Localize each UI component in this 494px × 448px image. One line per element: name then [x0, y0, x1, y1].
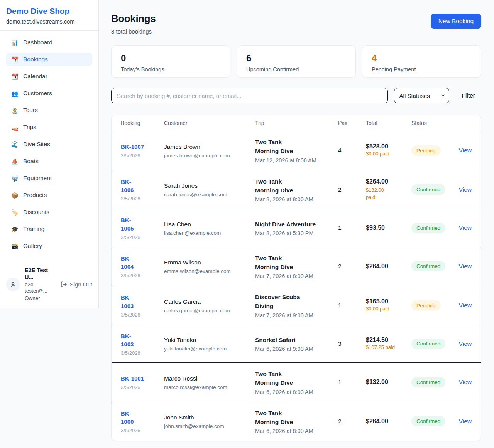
- status-badge: Confirmed: [411, 377, 445, 387]
- user-role: Owner: [25, 295, 56, 302]
- trip-datetime: Mar 6, 2026 at 8:00 AM: [255, 389, 334, 395]
- stat-label: Upcoming Confirmed: [246, 66, 346, 72]
- paid-amount: $132.00 paid: [366, 187, 390, 201]
- sidebar-item-equipment[interactable]: 🤿Equipment: [6, 172, 92, 185]
- trip-datetime: Mar 8, 2026 at 8:00 AM: [255, 196, 334, 202]
- column-header-total: Total: [366, 120, 411, 126]
- booking-id-link[interactable]: BK-1007: [121, 143, 144, 151]
- view-link[interactable]: View: [459, 263, 472, 269]
- sidebar-item-products[interactable]: 📦Products: [6, 189, 92, 202]
- customer-email: lisa.chen@example.com: [164, 230, 251, 236]
- booking-id-link[interactable]: BK-1003: [121, 293, 139, 310]
- table-row: BK-10023/5/2026 Yuki Tanakayuki.tanaka@e…: [112, 325, 481, 363]
- view-link[interactable]: View: [459, 147, 472, 153]
- booking-date: 3/5/2026: [121, 196, 160, 202]
- search-input[interactable]: [111, 88, 388, 103]
- status-badge: Pending: [411, 145, 441, 156]
- sign-out-button[interactable]: Sign Out: [61, 281, 92, 288]
- sidebar-item-training[interactable]: 🎓Training: [6, 222, 92, 236]
- status-badge: Confirmed: [411, 223, 445, 233]
- booking-id-link[interactable]: BK-1002: [121, 332, 139, 349]
- sidebar-item-label: Dashboard: [23, 39, 52, 46]
- pax-count: 1: [338, 224, 366, 231]
- total-amount: $93.50: [366, 224, 408, 231]
- total-amount: $264.00: [366, 178, 408, 185]
- sidebar-item-boats[interactable]: ⛵Boats: [6, 155, 92, 168]
- sidebar-item-pos[interactable]: 💳POS: [6, 256, 92, 261]
- view-link[interactable]: View: [459, 224, 472, 231]
- pax-count: 2: [338, 263, 366, 270]
- total-amount: $165.00: [366, 298, 408, 305]
- page-title: Bookings: [111, 13, 156, 25]
- booking-date: 3/5/2026: [121, 153, 160, 158]
- sidebar-item-label: Calendar: [23, 73, 47, 80]
- booking-id-link[interactable]: BK-1004: [121, 254, 139, 271]
- customer-name: Marco Rossi: [164, 374, 251, 383]
- sidebar-item-label: Equipment: [23, 175, 52, 182]
- view-link[interactable]: View: [459, 302, 472, 308]
- person-icon: [10, 281, 17, 288]
- status-badge: Confirmed: [411, 184, 445, 195]
- wave-icon: 🌊: [11, 141, 19, 147]
- trip-datetime: Mar 7, 2026 at 9:00 AM: [255, 312, 334, 318]
- sidebar-item-calendar[interactable]: 📆Calendar: [6, 70, 92, 83]
- sidebar-item-dashboard[interactable]: 📊Dashboard: [6, 36, 92, 49]
- table-row: BK-10003/5/2026 John Smithjohn.smith@exa…: [112, 402, 481, 441]
- sidebar-item-tours[interactable]: 🏝️Tours: [6, 104, 92, 117]
- customer-name: Lisa Chen: [164, 220, 251, 229]
- stat-card-pending-payment: 4 Pending Payment: [362, 45, 481, 78]
- status-filter-select[interactable]: All Statuses: [394, 88, 449, 103]
- trip-name: Two Tank Morning Dive: [255, 177, 306, 195]
- booking-id-link[interactable]: BK-1006: [121, 178, 139, 195]
- paid-amount: $0.00 paid: [366, 306, 389, 312]
- customer-email: marco.rossi@example.com: [164, 384, 251, 390]
- booking-id-link[interactable]: BK-1000: [121, 409, 139, 426]
- brand-name: Demo Dive Shop: [6, 7, 92, 16]
- speedboat-icon: 🚤: [11, 125, 19, 130]
- total-amount: $528.00: [366, 143, 408, 150]
- customer-name: Emma Wilson: [164, 258, 251, 267]
- sidebar-item-dive-sites[interactable]: 🌊Dive Sites: [6, 138, 92, 151]
- customer-email: carlos.garcia@example.com: [164, 308, 251, 313]
- stat-value: 6: [246, 53, 346, 64]
- brand-block: Demo Dive Shop demo.test.divestreams.com: [0, 0, 98, 31]
- filter-button[interactable]: Filter: [456, 92, 481, 99]
- booking-id-link[interactable]: BK-1001: [121, 374, 144, 383]
- sailboat-icon: ⛵: [11, 158, 19, 164]
- sidebar-item-bookings[interactable]: 📅Bookings: [6, 53, 92, 66]
- total-amount: $132.00: [366, 379, 408, 386]
- new-booking-button[interactable]: New Booking: [431, 14, 481, 29]
- sidebar-item-customers[interactable]: 👥Customers: [6, 87, 92, 100]
- sidebar-item-trips[interactable]: 🚤Trips: [6, 121, 92, 134]
- sidebar-item-label: Tours: [23, 107, 38, 114]
- view-link[interactable]: View: [459, 418, 472, 424]
- sidebar-item-gallery[interactable]: 📸Gallery: [6, 239, 92, 253]
- booking-id-link[interactable]: BK-1005: [121, 216, 139, 233]
- sidebar-item-discounts[interactable]: 🏷️Discounts: [6, 205, 92, 219]
- sidebar-user-footer: E2E Test U... e2e-tester@... Owner Sign …: [0, 261, 98, 308]
- sidebar-item-label: Trips: [23, 124, 36, 131]
- customer-name: John Smith: [164, 413, 251, 422]
- camera-icon: 📸: [11, 243, 19, 249]
- stat-value: 0: [121, 53, 221, 64]
- view-link[interactable]: View: [459, 340, 472, 347]
- main-content: Bookings 8 total bookings New Booking 0 …: [99, 0, 494, 448]
- sidebar-item-label: Products: [23, 192, 47, 199]
- view-link[interactable]: View: [459, 186, 472, 193]
- sidebar-nav: 📊Dashboard 📅Bookings 📆Calendar 👥Customer…: [0, 31, 98, 261]
- table-row: BK-10033/5/2026 Carlos Garciacarlos.garc…: [112, 286, 481, 325]
- stat-card-upcoming-confirmed: 6 Upcoming Confirmed: [237, 45, 356, 78]
- island-icon: 🏝️: [11, 108, 19, 113]
- sidebar-item-label: Gallery: [23, 243, 42, 249]
- trip-datetime: Mar 7, 2026 at 8:00 AM: [255, 273, 334, 279]
- booking-date: 3/5/2026: [121, 428, 160, 433]
- view-link[interactable]: View: [459, 379, 472, 385]
- customer-name: Sarah Jones: [164, 182, 251, 190]
- stat-card-todays-bookings: 0 Today's Bookings: [111, 45, 230, 78]
- sidebar-item-label: Dive Sites: [23, 141, 50, 148]
- customer-email: sarah.jones@example.com: [164, 192, 251, 197]
- brand-domain: demo.test.divestreams.com: [6, 19, 92, 25]
- trip-name: Snorkel Safari: [255, 337, 295, 343]
- pax-count: 1: [338, 302, 366, 309]
- customer-name: James Brown: [164, 143, 251, 151]
